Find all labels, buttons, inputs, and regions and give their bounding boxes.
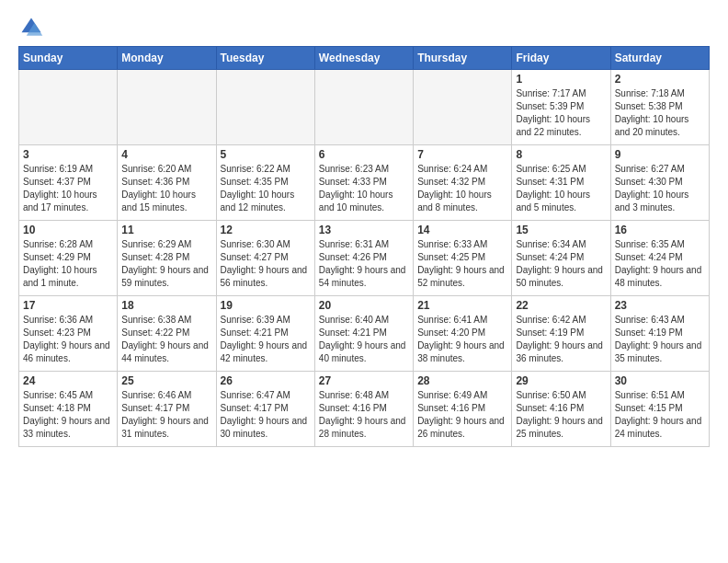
logo-icon (18, 15, 44, 40)
day-info: Sunrise: 6:51 AM Sunset: 4:15 PM Dayligh… (615, 389, 705, 441)
calendar-cell: 19Sunrise: 6:39 AM Sunset: 4:21 PM Dayli… (216, 296, 314, 372)
day-info: Sunrise: 6:43 AM Sunset: 4:19 PM Dayligh… (615, 314, 705, 365)
day-info: Sunrise: 6:35 AM Sunset: 4:24 PM Dayligh… (615, 238, 705, 290)
day-info: Sunrise: 6:28 AM Sunset: 4:29 PM Dayligh… (23, 238, 113, 290)
day-info: Sunrise: 6:50 AM Sunset: 4:16 PM Dayligh… (516, 389, 606, 441)
weekday-header: Monday (118, 47, 216, 70)
day-number: 15 (516, 224, 606, 236)
day-info: Sunrise: 6:38 AM Sunset: 4:22 PM Dayligh… (121, 314, 211, 365)
day-number: 7 (417, 148, 507, 161)
day-number: 30 (615, 374, 705, 387)
calendar-cell: 18Sunrise: 6:38 AM Sunset: 4:22 PM Dayli… (118, 296, 216, 372)
day-info: Sunrise: 6:36 AM Sunset: 4:23 PM Dayligh… (23, 314, 113, 365)
weekday-header: Sunday (19, 47, 118, 70)
day-number: 18 (121, 299, 211, 312)
day-info: Sunrise: 6:19 AM Sunset: 4:37 PM Dayligh… (23, 163, 113, 214)
weekday-header: Saturday (610, 47, 709, 70)
day-number: 24 (23, 374, 113, 387)
calendar-cell: 9Sunrise: 6:27 AM Sunset: 4:30 PM Daylig… (610, 145, 709, 221)
day-info: Sunrise: 6:27 AM Sunset: 4:30 PM Dayligh… (615, 163, 705, 214)
calendar-cell: 2Sunrise: 7:18 AM Sunset: 5:38 PM Daylig… (610, 70, 709, 145)
calendar-cell: 24Sunrise: 6:45 AM Sunset: 4:18 PM Dayli… (19, 372, 118, 447)
calendar-cell: 5Sunrise: 6:22 AM Sunset: 4:35 PM Daylig… (216, 145, 314, 221)
day-info: Sunrise: 6:40 AM Sunset: 4:21 PM Dayligh… (319, 314, 409, 365)
day-info: Sunrise: 6:25 AM Sunset: 4:31 PM Dayligh… (516, 163, 606, 214)
calendar-cell: 13Sunrise: 6:31 AM Sunset: 4:26 PM Dayli… (314, 221, 413, 296)
calendar-header-row: SundayMondayTuesdayWednesdayThursdayFrid… (19, 47, 710, 70)
day-info: Sunrise: 6:47 AM Sunset: 4:17 PM Dayligh… (221, 389, 311, 441)
day-info: Sunrise: 6:39 AM Sunset: 4:21 PM Dayligh… (221, 314, 311, 365)
day-number: 21 (417, 299, 507, 312)
calendar-week-row: 10Sunrise: 6:28 AM Sunset: 4:29 PM Dayli… (19, 221, 710, 296)
calendar-cell (19, 70, 118, 145)
calendar-cell: 3Sunrise: 6:19 AM Sunset: 4:37 PM Daylig… (19, 145, 118, 221)
calendar-cell (216, 70, 314, 145)
calendar-cell: 12Sunrise: 6:30 AM Sunset: 4:27 PM Dayli… (216, 221, 314, 296)
day-number: 29 (516, 374, 606, 387)
calendar-cell: 28Sunrise: 6:49 AM Sunset: 4:16 PM Dayli… (414, 372, 512, 447)
day-info: Sunrise: 6:31 AM Sunset: 4:26 PM Dayligh… (319, 238, 409, 290)
calendar-cell: 21Sunrise: 6:41 AM Sunset: 4:20 PM Dayli… (414, 296, 512, 372)
day-number: 4 (121, 148, 211, 161)
calendar-cell: 23Sunrise: 6:43 AM Sunset: 4:19 PM Dayli… (610, 296, 709, 372)
calendar-cell: 4Sunrise: 6:20 AM Sunset: 4:36 PM Daylig… (118, 145, 216, 221)
day-number: 14 (417, 224, 507, 236)
day-number: 23 (615, 299, 705, 312)
day-number: 20 (319, 299, 409, 312)
day-number: 25 (121, 374, 211, 387)
day-number: 16 (615, 224, 705, 236)
calendar-week-row: 24Sunrise: 6:45 AM Sunset: 4:18 PM Dayli… (19, 372, 710, 447)
calendar-cell: 30Sunrise: 6:51 AM Sunset: 4:15 PM Dayli… (610, 372, 709, 447)
day-info: Sunrise: 6:24 AM Sunset: 4:32 PM Dayligh… (417, 163, 507, 214)
page: SundayMondayTuesdayWednesdayThursdayFrid… (0, 0, 728, 456)
day-info: Sunrise: 6:30 AM Sunset: 4:27 PM Dayligh… (221, 238, 311, 290)
day-number: 6 (319, 148, 409, 161)
calendar-cell: 26Sunrise: 6:47 AM Sunset: 4:17 PM Dayli… (216, 372, 314, 447)
calendar-cell: 10Sunrise: 6:28 AM Sunset: 4:29 PM Dayli… (19, 221, 118, 296)
weekday-header: Friday (512, 47, 610, 70)
calendar-cell (314, 70, 413, 145)
day-info: Sunrise: 6:33 AM Sunset: 4:25 PM Dayligh… (417, 238, 507, 290)
calendar-cell: 1Sunrise: 7:17 AM Sunset: 5:39 PM Daylig… (512, 70, 610, 145)
day-info: Sunrise: 6:48 AM Sunset: 4:16 PM Dayligh… (319, 389, 409, 441)
calendar-cell: 29Sunrise: 6:50 AM Sunset: 4:16 PM Dayli… (512, 372, 610, 447)
day-number: 5 (221, 148, 311, 161)
day-info: Sunrise: 6:46 AM Sunset: 4:17 PM Dayligh… (121, 389, 211, 441)
day-number: 9 (615, 148, 705, 161)
calendar-cell: 11Sunrise: 6:29 AM Sunset: 4:28 PM Dayli… (118, 221, 216, 296)
day-number: 17 (23, 299, 113, 312)
calendar-cell: 16Sunrise: 6:35 AM Sunset: 4:24 PM Dayli… (610, 221, 709, 296)
day-info: Sunrise: 6:45 AM Sunset: 4:18 PM Dayligh… (23, 389, 113, 441)
day-info: Sunrise: 6:42 AM Sunset: 4:19 PM Dayligh… (516, 314, 606, 365)
day-info: Sunrise: 6:20 AM Sunset: 4:36 PM Dayligh… (121, 163, 211, 214)
day-info: Sunrise: 6:29 AM Sunset: 4:28 PM Dayligh… (121, 238, 211, 290)
weekday-header: Wednesday (314, 47, 413, 70)
logo (18, 15, 48, 40)
calendar-cell: 27Sunrise: 6:48 AM Sunset: 4:16 PM Dayli… (314, 372, 413, 447)
header (18, 15, 710, 40)
calendar-body: 1Sunrise: 7:17 AM Sunset: 5:39 PM Daylig… (19, 70, 710, 447)
calendar-cell: 22Sunrise: 6:42 AM Sunset: 4:19 PM Dayli… (512, 296, 610, 372)
calendar: SundayMondayTuesdayWednesdayThursdayFrid… (18, 46, 710, 447)
day-number: 3 (23, 148, 113, 161)
day-number: 22 (516, 299, 606, 312)
calendar-cell: 6Sunrise: 6:23 AM Sunset: 4:33 PM Daylig… (314, 145, 413, 221)
day-info: Sunrise: 6:34 AM Sunset: 4:24 PM Dayligh… (516, 238, 606, 290)
day-number: 10 (23, 224, 113, 236)
day-number: 27 (319, 374, 409, 387)
day-number: 26 (221, 374, 311, 387)
calendar-cell: 7Sunrise: 6:24 AM Sunset: 4:32 PM Daylig… (414, 145, 512, 221)
weekday-header: Tuesday (216, 47, 314, 70)
calendar-week-row: 17Sunrise: 6:36 AM Sunset: 4:23 PM Dayli… (19, 296, 710, 372)
day-info: Sunrise: 6:41 AM Sunset: 4:20 PM Dayligh… (417, 314, 507, 365)
calendar-week-row: 1Sunrise: 7:17 AM Sunset: 5:39 PM Daylig… (19, 70, 710, 145)
calendar-cell: 15Sunrise: 6:34 AM Sunset: 4:24 PM Dayli… (512, 221, 610, 296)
calendar-cell: 17Sunrise: 6:36 AM Sunset: 4:23 PM Dayli… (19, 296, 118, 372)
calendar-week-row: 3Sunrise: 6:19 AM Sunset: 4:37 PM Daylig… (19, 145, 710, 221)
day-number: 12 (221, 224, 311, 236)
day-number: 1 (516, 73, 606, 86)
calendar-cell: 14Sunrise: 6:33 AM Sunset: 4:25 PM Dayli… (414, 221, 512, 296)
day-number: 2 (615, 73, 705, 86)
day-number: 19 (221, 299, 311, 312)
day-number: 13 (319, 224, 409, 236)
